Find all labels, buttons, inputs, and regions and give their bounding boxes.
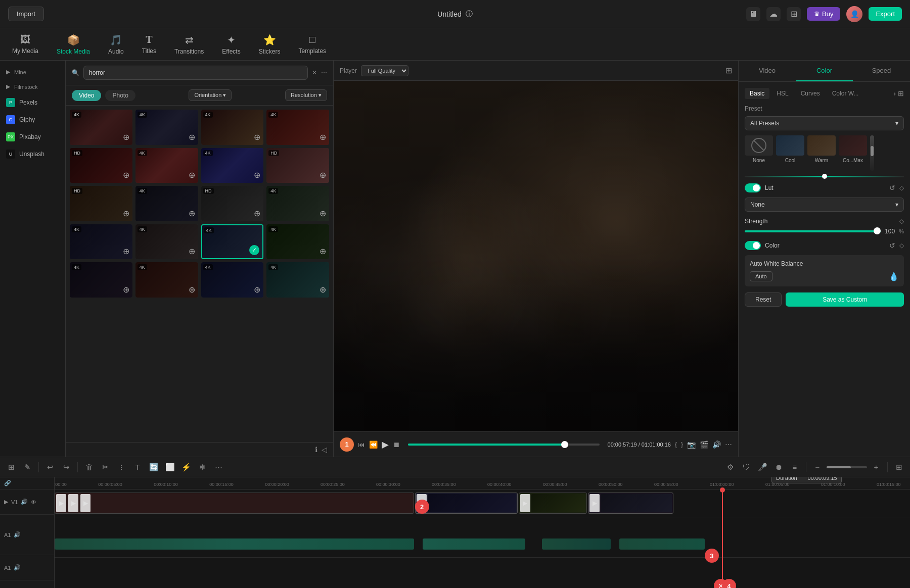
tab-audio[interactable]: 🎵 Audio <box>100 30 132 59</box>
mark-in-button[interactable]: { <box>675 441 677 448</box>
track-eye-icon[interactable]: 👁 <box>31 499 36 505</box>
tab-transitions[interactable]: ⇄ Transitions <box>166 30 212 59</box>
audio-clip-4[interactable] <box>619 538 705 550</box>
add-icon[interactable]: ⊕ <box>320 170 326 180</box>
add-icon[interactable]: ⊕ <box>189 285 195 295</box>
tl-zoom-out-icon[interactable]: − <box>810 460 825 474</box>
tab-video[interactable]: Video <box>739 61 796 81</box>
tab-stickers[interactable]: ⭐ Stickers <box>251 30 289 59</box>
add-icon[interactable]: ⊕ <box>123 132 129 142</box>
camera-button[interactable]: 🎬 <box>700 440 708 449</box>
tl-cut-button[interactable]: ✂ <box>98 460 112 474</box>
tl-text-button[interactable]: T <box>130 460 145 474</box>
media-item[interactable]: 4K ⊕ <box>266 262 329 298</box>
media-item[interactable]: HD ⊕ <box>201 186 264 221</box>
preset-comax[interactable]: Co...Max <box>839 135 867 171</box>
track-speaker-a2[interactable]: 🔊 <box>14 564 21 571</box>
search-input[interactable] <box>83 66 308 80</box>
tl-zoom-slider[interactable] <box>827 466 867 468</box>
lut-toggle[interactable] <box>745 183 761 192</box>
audio-clip-1[interactable] <box>55 538 414 550</box>
media-item[interactable]: 4K ⊕ <box>135 186 198 221</box>
tl-zoom-in-icon[interactable]: + <box>869 460 883 474</box>
track-speaker-icon[interactable]: 🔊 <box>21 499 28 505</box>
tab-templates[interactable]: □ Templates <box>290 30 334 59</box>
media-item[interactable]: HD ⊕ <box>70 186 132 221</box>
tl-record-icon[interactable]: ⏺ <box>771 460 786 474</box>
progress-bar[interactable] <box>408 444 600 446</box>
all-presets-dropdown[interactable]: All Presets ▾ <box>745 116 904 130</box>
media-item[interactable]: 4K ⊕ <box>70 262 132 298</box>
preset-none[interactable]: None <box>745 135 773 171</box>
play-button[interactable]: ▶ <box>382 439 389 450</box>
tl-freeze-button[interactable]: ❄ <box>195 460 209 474</box>
media-item[interactable]: 4K ⊕ <box>135 224 198 260</box>
reset-button[interactable]: Reset <box>745 292 782 307</box>
tl-split-button[interactable]: ⫶ <box>114 460 128 474</box>
strength-diamond-icon[interactable]: ◇ <box>899 218 904 225</box>
screenshot-button[interactable]: 📷 <box>687 440 696 449</box>
add-icon[interactable]: ⊕ <box>189 132 195 142</box>
search-clear-button[interactable]: ✕ <box>312 69 317 76</box>
tab-stock-media[interactable]: 📦 Stock Media <box>49 30 98 59</box>
add-icon[interactable]: ⊕ <box>189 247 195 256</box>
sidebar-item-giphy[interactable]: G Giphy <box>0 111 65 128</box>
add-icon[interactable]: ⊕ <box>254 285 260 295</box>
color-tab-grid[interactable]: ⊞ <box>898 89 904 97</box>
save-custom-button[interactable]: Save as Custom <box>786 292 904 307</box>
step-back-button[interactable]: ⏪ <box>369 440 378 449</box>
video-clip-4[interactable]: ▶ <box>588 493 673 514</box>
tl-crop-button[interactable]: ⬜ <box>163 460 177 474</box>
media-item[interactable]: 4K ⊕ <box>135 262 198 298</box>
media-item[interactable]: 4K ⊕ <box>201 148 264 183</box>
media-item[interactable]: 4K ⊕ <box>266 110 329 145</box>
tab-titles[interactable]: T Titles <box>134 30 164 59</box>
color-tab-curves[interactable]: Curves <box>796 88 825 99</box>
tl-redo-button[interactable]: ↪ <box>59 460 73 474</box>
tl-mic-icon[interactable]: 🎤 <box>755 460 769 474</box>
sidebar-item-unsplash[interactable]: U Unsplash <box>0 145 65 163</box>
strength-slider[interactable] <box>745 230 881 232</box>
media-item[interactable]: 4K ⊕ <box>70 110 132 145</box>
sidebar-item-filmstock[interactable]: ▶ Filmstock <box>0 79 65 94</box>
auto-button[interactable]: Auto <box>750 271 772 281</box>
add-icon[interactable]: ⊕ <box>123 247 129 256</box>
monitor-icon[interactable]: 🖥 <box>746 7 760 21</box>
color-reset-icon[interactable]: ↺ <box>889 241 895 250</box>
media-item-selected[interactable]: 4K ✓ <box>201 224 264 260</box>
add-icon[interactable]: ⊕ <box>254 209 260 218</box>
skip-back-button[interactable]: ⏮ <box>358 440 365 449</box>
video-clip-2[interactable]: ▶ <box>415 493 518 514</box>
import-button[interactable]: Import <box>8 7 44 21</box>
more-button[interactable]: ⋯ <box>725 440 732 449</box>
preset-cool[interactable]: Cool <box>776 135 804 171</box>
tl-delete-button[interactable]: 🗑 <box>82 460 96 474</box>
lut-diamond-icon[interactable]: ◇ <box>899 184 904 191</box>
tl-zoom-button[interactable]: 🔄 <box>147 460 161 474</box>
user-avatar[interactable]: 👤 <box>846 6 862 22</box>
add-icon[interactable]: ⊕ <box>123 209 129 218</box>
lut-select[interactable]: None ▾ <box>745 198 904 212</box>
video-clip-3[interactable]: ▶ <box>519 493 587 514</box>
add-icon[interactable]: ⊕ <box>254 132 260 142</box>
filter-video[interactable]: Video <box>72 90 101 101</box>
search-more-button[interactable]: ⋯ <box>321 69 327 76</box>
volume-button[interactable]: 🔊 <box>712 440 721 449</box>
export-button[interactable]: Export <box>869 7 902 21</box>
tl-speed-button[interactable]: ⚡ <box>179 460 193 474</box>
fullscreen-icon[interactable]: ⊞ <box>725 66 732 75</box>
color-tab-colorw[interactable]: Color W... <box>827 88 864 99</box>
eyedropper-icon[interactable]: 💧 <box>889 272 899 281</box>
add-icon[interactable]: ⊕ <box>123 170 129 180</box>
media-item[interactable]: HD ⊕ <box>266 148 329 183</box>
add-icon[interactable]: ⊕ <box>123 285 129 295</box>
add-icon[interactable]: ⊕ <box>320 285 326 295</box>
filter-photo[interactable]: Photo <box>105 90 135 101</box>
color-toggle[interactable] <box>745 241 761 250</box>
lut-reset-icon[interactable]: ↺ <box>889 184 895 192</box>
tl-magnet-button[interactable]: ✎ <box>20 460 34 474</box>
tab-effects[interactable]: ✦ Effects <box>214 30 248 59</box>
color-tab-basic[interactable]: Basic <box>745 88 769 99</box>
resolution-dropdown[interactable]: Resolution ▾ <box>285 89 327 101</box>
tab-color[interactable]: Color <box>796 61 853 81</box>
